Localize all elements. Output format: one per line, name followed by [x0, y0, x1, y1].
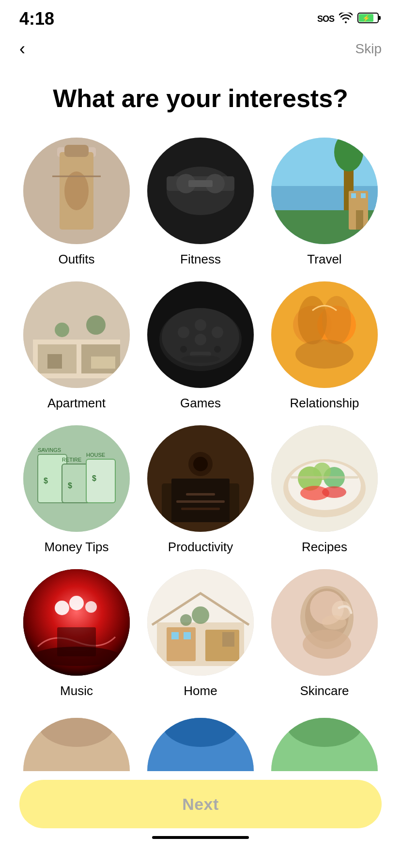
interest-item-apartment[interactable]: Apartment [19, 281, 134, 411]
svg-text:⚡: ⚡ [362, 14, 370, 22]
interest-label-productivity: Productivity [168, 540, 233, 555]
svg-point-7 [64, 171, 89, 210]
partial-circle-2 [271, 718, 378, 771]
partial-circle-0 [23, 718, 130, 771]
svg-text:$: $ [44, 477, 48, 485]
svg-point-36 [178, 326, 189, 338]
svg-rect-15 [188, 180, 213, 187]
interest-item-moneytips[interactable]: $ $ $ SAVINGS RETIRE HOUSE Money Tips [19, 425, 134, 555]
interest-circle-outfits [23, 138, 130, 244]
svg-point-79 [55, 601, 69, 615]
interest-circle-moneytips: $ $ $ SAVINGS RETIRE HOUSE [23, 425, 130, 532]
interest-item-outfits[interactable]: Outfits [19, 138, 134, 267]
status-icons: SOS ⚡ [317, 12, 382, 26]
interest-label-skincare: Skincare [300, 683, 349, 698]
interest-label-recipes: Recipes [302, 540, 347, 555]
home-indicator [152, 836, 249, 839]
interest-item-fitness[interactable]: Fitness [143, 138, 258, 267]
wifi-icon [339, 13, 353, 25]
interest-circle-travel [271, 138, 378, 244]
back-button[interactable]: ‹ [19, 39, 25, 59]
interest-label-outfits: Outfits [58, 252, 94, 267]
interest-circle-apartment [23, 281, 130, 388]
svg-point-99 [322, 615, 346, 630]
bottom-bar: Next [0, 780, 401, 868]
svg-point-40 [180, 346, 187, 353]
svg-point-80 [69, 596, 84, 610]
interest-circle-home [147, 569, 254, 676]
svg-rect-83 [57, 627, 96, 656]
svg-text:HOUSE: HOUSE [86, 452, 105, 458]
svg-rect-9 [64, 145, 89, 157]
interest-circle-relationship [271, 281, 378, 388]
svg-point-39 [195, 334, 206, 345]
svg-rect-89 [184, 632, 191, 639]
svg-point-43 [181, 355, 220, 363]
interest-item-relationship[interactable]: Relationship [267, 281, 382, 411]
interest-circle-games [147, 281, 254, 388]
interest-label-music: Music [60, 683, 93, 698]
interest-label-moneytips: Money Tips [45, 540, 109, 555]
interest-circle-skincare [271, 569, 378, 676]
interest-item-music[interactable]: Music [19, 569, 134, 698]
interest-item-home[interactable]: Home [143, 569, 258, 698]
partial-item-1[interactable] [143, 718, 258, 771]
svg-text:$: $ [92, 474, 96, 482]
svg-rect-1 [378, 16, 381, 20]
nav-bar: ‹ Skip [0, 34, 401, 64]
svg-text:SAVINGS: SAVINGS [38, 447, 61, 453]
svg-rect-76 [291, 476, 358, 479]
svg-rect-53 [86, 459, 115, 503]
partial-item-0[interactable] [19, 718, 134, 771]
svg-rect-23 [361, 193, 366, 198]
svg-point-75 [322, 486, 346, 498]
svg-point-48 [322, 296, 351, 344]
svg-point-41 [214, 346, 221, 353]
svg-text:RETIRE: RETIRE [62, 457, 81, 463]
svg-rect-32 [91, 356, 115, 369]
partial-row [0, 718, 401, 771]
interest-label-fitness: Fitness [180, 252, 221, 267]
svg-rect-86 [167, 627, 196, 661]
interest-item-recipes[interactable]: Recipes [267, 425, 382, 555]
interest-label-home: Home [184, 683, 217, 698]
svg-rect-22 [351, 193, 356, 198]
interest-label-relationship: Relationship [290, 396, 359, 411]
interest-label-apartment: Apartment [47, 396, 106, 411]
status-time: 4:18 [19, 9, 54, 29]
svg-point-30 [86, 315, 106, 335]
interest-item-games[interactable]: Games [143, 281, 258, 411]
partial-item-2[interactable] [267, 718, 382, 771]
svg-rect-88 [171, 632, 179, 639]
svg-point-91 [180, 614, 192, 626]
interest-item-skincare[interactable]: Skincare [267, 569, 382, 698]
interest-label-travel: Travel [307, 252, 341, 267]
svg-point-29 [55, 323, 69, 337]
svg-rect-66 [181, 508, 220, 510]
svg-text:$: $ [68, 481, 72, 490]
page-title: What are your interests? [0, 64, 401, 138]
svg-point-81 [85, 601, 97, 613]
next-button[interactable]: Next [19, 780, 382, 828]
interest-label-games: Games [180, 396, 221, 411]
skip-button[interactable]: Skip [355, 41, 382, 57]
svg-point-37 [212, 326, 223, 338]
svg-rect-31 [47, 354, 62, 369]
interest-item-travel[interactable]: Travel [267, 138, 382, 267]
battery-icon: ⚡ [357, 12, 382, 26]
interest-item-productivity[interactable]: Productivity [143, 425, 258, 555]
interest-circle-productivity [147, 425, 254, 532]
svg-rect-64 [186, 493, 215, 496]
svg-point-97 [303, 630, 351, 659]
svg-point-90 [192, 606, 209, 624]
svg-rect-24 [356, 210, 363, 230]
interest-circle-recipes [271, 425, 378, 532]
svg-point-38 [195, 319, 206, 331]
svg-point-49 [295, 340, 354, 369]
status-bar: 4:18 SOS ⚡ [0, 0, 401, 34]
partial-circle-1 [147, 718, 254, 771]
interest-circle-fitness [147, 138, 254, 244]
svg-rect-65 [176, 500, 225, 503]
interest-circle-music [23, 569, 130, 676]
interests-grid: Outfits Fitness Travel Apartment [0, 138, 401, 718]
